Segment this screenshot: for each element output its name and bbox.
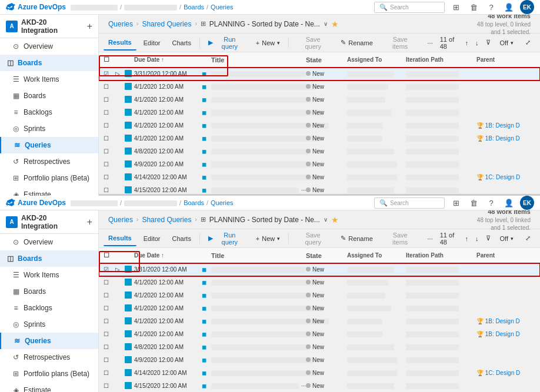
add-project-btn-2[interactable]: + xyxy=(87,217,92,227)
help-icon-1[interactable]: ? xyxy=(485,1,498,14)
table-row-1-3[interactable]: ☐ 4/1/2020 12:00 AM ◼ New xyxy=(99,93,540,106)
grid-icon-1[interactable]: ⊞ xyxy=(449,1,462,14)
table-row-1-1[interactable]: ☑ ▷ 3/31/2020 12:00 AM ◼ New xyxy=(99,68,540,81)
sidebar-item-boards-2[interactable]: ▦ Boards xyxy=(0,283,98,300)
save-query-btn-2[interactable]: Save query xyxy=(292,231,334,246)
table-row-2-8[interactable]: ☐ 4/9/2020 12:00 AM ◼ New xyxy=(99,354,540,367)
table-row-2-5[interactable]: ☐ 4/1/2020 12:00 AM ◼ New 🏆 1B: Design D xyxy=(99,315,540,328)
sidebar-item-overview-1[interactable]: ⊙ Overview xyxy=(0,38,98,55)
favorite-star-2[interactable]: ★ xyxy=(331,215,339,225)
table-row-2-7[interactable]: ☐ 4/8/2020 12:00 AM ◼ New xyxy=(99,341,540,354)
sidebar-item-boards-header-2[interactable]: ◫ Boards xyxy=(0,250,98,267)
sidebar-item-boards-1[interactable]: ▦ Boards xyxy=(0,88,98,104)
row-title-2-3[interactable] xyxy=(211,292,306,299)
table-row-2-10[interactable]: ☐ 4/15/2020 12:00 AM ◼ ··· New xyxy=(99,380,540,392)
run-query-btn-1[interactable]: ▶ Run query xyxy=(204,35,249,51)
row-title-1-8[interactable] xyxy=(211,161,306,167)
sidebar-item-retro-2[interactable]: ↺ Retrospectives xyxy=(0,349,98,366)
row-title-1-10[interactable]: ··· xyxy=(211,187,306,193)
row-title-1-3[interactable] xyxy=(211,96,306,103)
expand-btn-1[interactable]: ⤢ xyxy=(521,35,535,51)
sidebar-item-backlogs-1[interactable]: ≡ Backlogs xyxy=(0,104,98,120)
table-row-2-2[interactable]: ☐ 4/1/2020 12:00 AM ◼ New xyxy=(99,276,540,289)
row-title-1-1[interactable] xyxy=(211,71,306,77)
table-row-1-8[interactable]: ☐ 4/9/2020 12:00 AM ◼ New xyxy=(99,158,540,171)
editor-tab-2[interactable]: Editor xyxy=(139,231,165,246)
search-box-2[interactable]: 🔍 Search xyxy=(374,197,445,209)
table-row-1-6[interactable]: ☐ 4/1/2020 12:00 AM ◼ New 🏆 1B: Design D xyxy=(99,132,540,145)
row-title-1-2[interactable] xyxy=(211,83,306,90)
charts-tab-2[interactable]: Charts xyxy=(168,231,196,246)
favorite-star-1[interactable]: ★ xyxy=(331,19,339,29)
sidebar-item-estimate-2[interactable]: ◈ Estimate xyxy=(0,382,98,392)
avatar-1[interactable]: EK xyxy=(520,0,534,14)
row-title-1-5[interactable] xyxy=(211,122,306,129)
help-icon-2[interactable]: ? xyxy=(485,196,498,209)
row-title-2-9[interactable] xyxy=(211,370,306,376)
row-checkbox-1-1[interactable]: ☑ xyxy=(104,71,115,77)
prev-page-btn-1[interactable]: ↑ xyxy=(463,35,471,51)
sidebar-item-sprints-1[interactable]: ◎ Sprints xyxy=(0,120,98,137)
table-row-1-5[interactable]: ☐ 4/1/2020 12:00 AM ◼ New 🏆 1B: Design D xyxy=(99,119,540,132)
qbc-queries-link-2[interactable]: Queries xyxy=(108,216,133,224)
bc-queries-1[interactable]: Queries xyxy=(211,4,234,11)
results-tab-2[interactable]: Results xyxy=(104,231,136,246)
qbc-shared-link-2[interactable]: Shared Queries xyxy=(142,216,191,224)
table-row-2-1[interactable]: ☑ ▷ 3/31/2020 12:00 AM ◼ New xyxy=(99,263,540,276)
next-page-btn-2[interactable]: ↓ xyxy=(473,231,481,246)
save-items-btn-1[interactable]: Save items xyxy=(380,35,421,51)
prev-page-btn-2[interactable]: ↑ xyxy=(463,231,471,246)
save-query-btn-1[interactable]: Save query xyxy=(292,35,334,51)
row-title-2-4[interactable] xyxy=(211,305,306,311)
filter-btn-2[interactable]: ⊽ xyxy=(484,231,493,246)
table-row-1-9[interactable]: ☐ 4/14/2020 12:00 AM ◼ New 🏆 1C: Design … xyxy=(99,171,540,184)
qbc-queries-link-1[interactable]: Queries xyxy=(108,20,133,28)
sidebar-item-queries-2[interactable]: ≋ Queries xyxy=(0,333,98,349)
charts-tab-1[interactable]: Charts xyxy=(168,35,196,51)
row-title-2-8[interactable] xyxy=(211,357,306,363)
more-btn-2[interactable]: ··· xyxy=(423,231,438,246)
off-toggle-2[interactable]: Off ▾ xyxy=(495,231,518,246)
new-btn-1[interactable]: + New ▾ xyxy=(251,35,285,51)
bc-board-1[interactable]: Boards xyxy=(184,4,204,11)
sidebar-item-sprints-2[interactable]: ◎ Sprints xyxy=(0,316,98,333)
brand-logo-1[interactable]: Azure DevOps xyxy=(6,2,66,12)
table-row-2-6[interactable]: ☐ 4/1/2020 12:00 AM ◼ New 🏆 1B: Design D xyxy=(99,328,540,341)
run-query-btn-2[interactable]: ▶ Run query xyxy=(204,231,249,246)
sidebar-item-portfolio-2[interactable]: ⊞ Portfolio plans (Beta) xyxy=(0,366,98,382)
more-options-1-10[interactable]: ··· xyxy=(301,187,306,193)
next-page-btn-1[interactable]: ↓ xyxy=(473,35,481,51)
row-title-1-4[interactable] xyxy=(211,109,306,116)
table-row-1-4[interactable]: ☐ 4/1/2020 12:00 AM ◼ New xyxy=(99,106,540,119)
row-checkbox-1-2[interactable]: ☐ xyxy=(104,83,115,90)
row-title-2-5[interactable] xyxy=(211,318,306,324)
qbc-dropdown-1[interactable]: ∨ xyxy=(324,21,328,27)
off-toggle-1[interactable]: Off ▾ xyxy=(495,35,518,51)
trash-icon-2[interactable]: 🗑 xyxy=(467,196,480,209)
search-box-1[interactable]: 🔍 Search xyxy=(374,2,445,13)
sidebar-item-portfolio-1[interactable]: ⊞ Portfolio plans (Beta) xyxy=(0,170,98,186)
row-title-2-1[interactable] xyxy=(211,266,306,273)
new-btn-2[interactable]: + New ▾ xyxy=(251,231,285,246)
table-row-1-2[interactable]: ☐ 4/1/2020 12:00 AM ◼ New xyxy=(99,81,540,93)
sidebar-item-queries-1[interactable]: ≋ Queries xyxy=(0,137,98,153)
save-items-btn-2[interactable]: Save items xyxy=(380,231,421,246)
user-icon-2[interactable]: 👤 xyxy=(502,196,515,209)
bc-queries-2[interactable]: Queries xyxy=(211,199,234,206)
table-row-1-7[interactable]: ☐ 4/8/2020 12:00 AM ◼ New xyxy=(99,145,540,158)
row-title-2-7[interactable] xyxy=(211,344,306,350)
table-row-1-10[interactable]: ☐ 4/15/2020 12:00 AM ◼ ··· New xyxy=(99,184,540,197)
trash-icon-1[interactable]: 🗑 xyxy=(467,1,480,14)
user-icon-1[interactable]: 👤 xyxy=(502,1,515,14)
sidebar-item-retro-1[interactable]: ↺ Retrospectives xyxy=(0,153,98,170)
qbc-dropdown-2[interactable]: ∨ xyxy=(324,216,328,223)
table-row-2-3[interactable]: ☐ 4/1/2020 12:00 AM ◼ New xyxy=(99,289,540,302)
rename-btn-2[interactable]: ✎ Rename xyxy=(336,231,378,246)
sidebar-item-workitems-1[interactable]: ☰ Work Items xyxy=(0,71,98,88)
row-title-1-7[interactable] xyxy=(211,148,306,155)
grid-icon-2[interactable]: ⊞ xyxy=(449,196,462,209)
bc-board-2[interactable]: Boards xyxy=(184,199,204,206)
row-title-2-2[interactable] xyxy=(211,279,306,286)
table-row-2-4[interactable]: ☐ 4/1/2020 12:00 AM ◼ New xyxy=(99,302,540,315)
row-title-1-6[interactable] xyxy=(211,135,306,142)
